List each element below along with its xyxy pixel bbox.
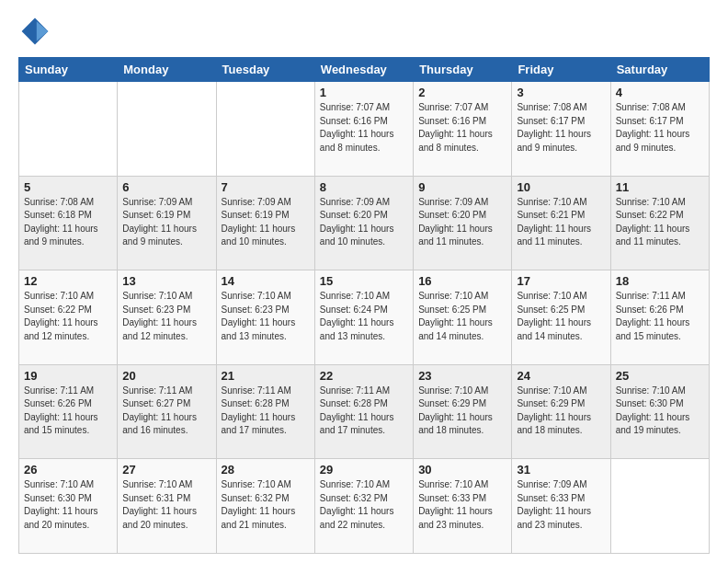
day-number: 30	[418, 463, 506, 477]
day-cell	[216, 82, 314, 177]
day-info: Sunrise: 7:10 AMSunset: 6:22 PMDaylight:…	[24, 290, 112, 343]
day-cell: 11Sunrise: 7:10 AMSunset: 6:22 PMDayligh…	[610, 176, 709, 270]
day-cell	[118, 82, 216, 177]
day-cell: 29Sunrise: 7:10 AMSunset: 6:32 PMDayligh…	[314, 459, 413, 554]
col-header-wednesday: Wednesday	[314, 58, 413, 82]
day-cell: 24Sunrise: 7:10 AMSunset: 6:29 PMDayligh…	[512, 364, 610, 459]
day-number: 24	[517, 369, 605, 383]
day-number: 3	[517, 86, 605, 99]
day-info: Sunrise: 7:10 AMSunset: 6:29 PMDaylight:…	[418, 385, 506, 438]
col-header-tuesday: Tuesday	[216, 58, 314, 82]
calendar-table: SundayMondayTuesdayWednesdayThursdayFrid…	[18, 57, 710, 554]
day-cell	[19, 82, 118, 177]
day-info: Sunrise: 7:09 AMSunset: 6:33 PMDaylight:…	[517, 478, 605, 532]
header	[18, 15, 710, 48]
day-info: Sunrise: 7:10 AMSunset: 6:30 PMDaylight:…	[24, 478, 112, 532]
day-info: Sunrise: 7:07 AMSunset: 6:16 PMDaylight:…	[418, 101, 506, 155]
day-cell: 22Sunrise: 7:11 AMSunset: 6:28 PMDayligh…	[314, 364, 413, 459]
day-info: Sunrise: 7:10 AMSunset: 6:22 PMDaylight:…	[616, 196, 704, 249]
day-info: Sunrise: 7:10 AMSunset: 6:23 PMDaylight:…	[222, 290, 310, 343]
day-cell	[610, 459, 709, 554]
day-info: Sunrise: 7:10 AMSunset: 6:32 PMDaylight:…	[320, 478, 408, 532]
day-cell: 28Sunrise: 7:10 AMSunset: 6:32 PMDayligh…	[216, 459, 314, 554]
day-number: 19	[24, 369, 112, 383]
calendar-header-row: SundayMondayTuesdayWednesdayThursdayFrid…	[19, 58, 710, 82]
day-number: 7	[222, 180, 310, 194]
day-info: Sunrise: 7:10 AMSunset: 6:31 PMDaylight:…	[122, 478, 210, 532]
day-info: Sunrise: 7:11 AMSunset: 6:28 PMDaylight:…	[320, 385, 408, 438]
day-number: 21	[222, 369, 310, 383]
col-header-thursday: Thursday	[414, 58, 512, 82]
day-cell: 30Sunrise: 7:10 AMSunset: 6:33 PMDayligh…	[414, 459, 512, 554]
day-cell: 7Sunrise: 7:09 AMSunset: 6:19 PMDaylight…	[216, 176, 314, 270]
day-cell: 5Sunrise: 7:08 AMSunset: 6:18 PMDaylight…	[19, 176, 118, 270]
day-info: Sunrise: 7:09 AMSunset: 6:20 PMDaylight:…	[418, 196, 506, 249]
day-cell: 20Sunrise: 7:11 AMSunset: 6:27 PMDayligh…	[118, 364, 216, 459]
day-number: 26	[24, 463, 112, 477]
svg-marker-1	[37, 21, 49, 41]
day-cell: 8Sunrise: 7:09 AMSunset: 6:20 PMDaylight…	[314, 176, 413, 270]
day-number: 10	[517, 180, 605, 194]
day-number: 12	[24, 274, 112, 288]
day-info: Sunrise: 7:08 AMSunset: 6:17 PMDaylight:…	[517, 101, 605, 155]
day-number: 13	[122, 274, 210, 288]
day-number: 20	[122, 369, 210, 383]
day-cell: 15Sunrise: 7:10 AMSunset: 6:24 PMDayligh…	[314, 270, 413, 365]
page: SundayMondayTuesdayWednesdayThursdayFrid…	[0, 0, 728, 563]
day-cell: 18Sunrise: 7:11 AMSunset: 6:26 PMDayligh…	[610, 270, 709, 365]
day-number: 6	[122, 180, 210, 194]
col-header-monday: Monday	[118, 58, 216, 82]
day-info: Sunrise: 7:10 AMSunset: 6:24 PMDaylight:…	[320, 290, 408, 343]
day-number: 18	[616, 274, 704, 288]
day-cell: 25Sunrise: 7:10 AMSunset: 6:30 PMDayligh…	[610, 364, 709, 459]
day-info: Sunrise: 7:10 AMSunset: 6:25 PMDaylight:…	[517, 290, 605, 343]
day-cell: 6Sunrise: 7:09 AMSunset: 6:19 PMDaylight…	[118, 176, 216, 270]
day-number: 4	[616, 86, 704, 99]
week-row-5: 26Sunrise: 7:10 AMSunset: 6:30 PMDayligh…	[19, 459, 710, 554]
day-info: Sunrise: 7:11 AMSunset: 6:28 PMDaylight:…	[222, 385, 310, 438]
day-info: Sunrise: 7:07 AMSunset: 6:16 PMDaylight:…	[320, 101, 408, 155]
day-number: 8	[320, 180, 408, 194]
day-number: 14	[222, 274, 310, 288]
day-info: Sunrise: 7:10 AMSunset: 6:23 PMDaylight:…	[122, 290, 210, 343]
day-cell: 12Sunrise: 7:10 AMSunset: 6:22 PMDayligh…	[19, 270, 118, 365]
day-info: Sunrise: 7:09 AMSunset: 6:19 PMDaylight:…	[122, 196, 210, 249]
day-cell: 9Sunrise: 7:09 AMSunset: 6:20 PMDaylight…	[414, 176, 512, 270]
day-info: Sunrise: 7:09 AMSunset: 6:20 PMDaylight:…	[320, 196, 408, 249]
day-info: Sunrise: 7:11 AMSunset: 6:27 PMDaylight:…	[122, 385, 210, 438]
day-number: 22	[320, 369, 408, 383]
day-info: Sunrise: 7:11 AMSunset: 6:26 PMDaylight:…	[24, 385, 112, 438]
day-info: Sunrise: 7:08 AMSunset: 6:17 PMDaylight:…	[616, 101, 704, 155]
day-cell: 3Sunrise: 7:08 AMSunset: 6:17 PMDaylight…	[512, 82, 610, 177]
day-cell: 27Sunrise: 7:10 AMSunset: 6:31 PMDayligh…	[118, 459, 216, 554]
day-number: 23	[418, 369, 506, 383]
col-header-friday: Friday	[512, 58, 610, 82]
logo-icon	[18, 15, 51, 48]
day-number: 5	[24, 180, 112, 194]
day-cell: 2Sunrise: 7:07 AMSunset: 6:16 PMDaylight…	[414, 82, 512, 177]
day-number: 17	[517, 274, 605, 288]
day-number: 29	[320, 463, 408, 477]
day-cell: 16Sunrise: 7:10 AMSunset: 6:25 PMDayligh…	[414, 270, 512, 365]
week-row-2: 5Sunrise: 7:08 AMSunset: 6:18 PMDaylight…	[19, 176, 710, 270]
week-row-4: 19Sunrise: 7:11 AMSunset: 6:26 PMDayligh…	[19, 364, 710, 459]
day-info: Sunrise: 7:08 AMSunset: 6:18 PMDaylight:…	[24, 196, 112, 249]
day-info: Sunrise: 7:10 AMSunset: 6:30 PMDaylight:…	[616, 385, 704, 438]
day-cell: 10Sunrise: 7:10 AMSunset: 6:21 PMDayligh…	[512, 176, 610, 270]
day-info: Sunrise: 7:10 AMSunset: 6:29 PMDaylight:…	[517, 385, 605, 438]
day-number: 28	[222, 463, 310, 477]
day-info: Sunrise: 7:10 AMSunset: 6:25 PMDaylight:…	[418, 290, 506, 343]
day-number: 16	[418, 274, 506, 288]
day-cell: 26Sunrise: 7:10 AMSunset: 6:30 PMDayligh…	[19, 459, 118, 554]
day-number: 31	[517, 463, 605, 477]
day-cell: 13Sunrise: 7:10 AMSunset: 6:23 PMDayligh…	[118, 270, 216, 365]
day-number: 27	[122, 463, 210, 477]
day-info: Sunrise: 7:09 AMSunset: 6:19 PMDaylight:…	[222, 196, 310, 249]
col-header-sunday: Sunday	[19, 58, 118, 82]
week-row-1: 1Sunrise: 7:07 AMSunset: 6:16 PMDaylight…	[19, 82, 710, 177]
logo	[18, 15, 57, 48]
col-header-saturday: Saturday	[610, 58, 709, 82]
day-number: 2	[418, 86, 506, 99]
day-info: Sunrise: 7:10 AMSunset: 6:21 PMDaylight:…	[517, 196, 605, 249]
day-number: 9	[418, 180, 506, 194]
